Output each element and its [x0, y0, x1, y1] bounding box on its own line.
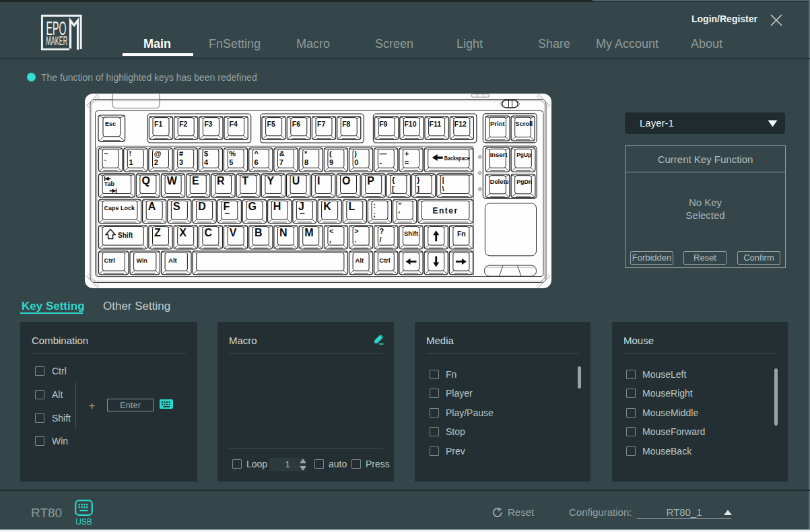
- svg-text:—: —: [380, 149, 387, 158]
- svg-text:/: /: [380, 236, 382, 244]
- svg-text:D: D: [198, 201, 206, 212]
- svg-text:H: H: [273, 201, 281, 212]
- svg-text:F3: F3: [204, 120, 212, 128]
- svg-text:~: ~: [104, 149, 108, 158]
- svg-text:Q: Q: [142, 175, 150, 187]
- svg-text:4: 4: [204, 158, 209, 166]
- svg-text:Caps Lock: Caps Lock: [104, 205, 136, 211]
- svg-text:Win: Win: [137, 257, 147, 264]
- svg-text:A: A: [148, 201, 156, 212]
- svg-text:Enter: Enter: [433, 206, 459, 215]
- svg-text:1: 1: [129, 158, 133, 166]
- svg-text:3: 3: [179, 158, 183, 166]
- svg-text:#: #: [179, 149, 183, 158]
- svg-text:PgDn: PgDn: [516, 178, 532, 185]
- svg-text:$: $: [204, 149, 208, 158]
- svg-text:MAKER: MAKER: [46, 34, 67, 48]
- svg-text:`: `: [104, 158, 106, 166]
- svg-text:\: \: [442, 185, 444, 193]
- svg-text:&: &: [279, 149, 285, 158]
- svg-text:S: S: [173, 201, 180, 212]
- svg-text:K: K: [323, 201, 331, 212]
- svg-text:8: 8: [304, 158, 308, 166]
- svg-text:M: M: [304, 227, 313, 238]
- svg-text:<: <: [329, 227, 333, 235]
- svg-text:F10: F10: [404, 120, 416, 128]
- svg-text:7: 7: [279, 158, 283, 166]
- svg-text:Alt: Alt: [356, 257, 365, 264]
- svg-text:Alt: Alt: [168, 257, 178, 264]
- svg-text:": ": [398, 201, 401, 209]
- svg-text:P: P: [367, 175, 374, 187]
- svg-text:R: R: [217, 175, 225, 187]
- svg-text:PgUp: PgUp: [516, 152, 531, 158]
- svg-text:F1: F1: [154, 120, 162, 128]
- svg-text:N: N: [279, 227, 288, 238]
- svg-text:F9: F9: [379, 120, 387, 128]
- svg-text:.: .: [354, 236, 356, 244]
- svg-text:Scroll: Scroll: [515, 120, 533, 127]
- svg-text:Shift: Shift: [118, 232, 133, 239]
- svg-text:[: [: [392, 185, 395, 193]
- svg-text:C: C: [205, 227, 213, 238]
- svg-text:Tab: Tab: [104, 180, 115, 187]
- svg-text:W: W: [167, 175, 178, 187]
- svg-text:Z: Z: [154, 227, 161, 238]
- svg-text:B: B: [255, 227, 263, 238]
- svg-text:F11: F11: [430, 120, 442, 128]
- svg-text:!: !: [129, 149, 132, 158]
- svg-text:@: @: [154, 149, 162, 158]
- svg-text:?: ?: [380, 227, 384, 235]
- svg-text:=: =: [405, 158, 409, 166]
- svg-text:0: 0: [354, 158, 358, 166]
- svg-text:-: -: [380, 158, 382, 166]
- svg-text:{: {: [392, 176, 395, 184]
- svg-text:E: E: [192, 175, 199, 187]
- svg-text:I: I: [317, 175, 320, 187]
- svg-text:(: (: [329, 149, 332, 158]
- svg-text:F7: F7: [317, 120, 325, 128]
- svg-text:>: >: [354, 227, 358, 235]
- svg-text:9: 9: [329, 158, 333, 166]
- svg-text::: :: [373, 201, 376, 209]
- svg-text:+: +: [405, 149, 409, 158]
- svg-text:X: X: [179, 227, 187, 238]
- svg-text:): ): [354, 149, 357, 158]
- svg-text:Print: Print: [490, 120, 505, 127]
- svg-text:2: 2: [154, 158, 158, 166]
- svg-text:Ctrl: Ctrl: [104, 257, 115, 264]
- svg-text:Insert: Insert: [490, 152, 508, 158]
- svg-text:F2: F2: [179, 120, 187, 128]
- svg-text:F4: F4: [230, 120, 238, 128]
- svg-text:U: U: [292, 175, 300, 187]
- svg-text:%: %: [229, 149, 236, 158]
- svg-text:Backspace: Backspace: [444, 154, 470, 162]
- svg-text:F: F: [223, 201, 230, 212]
- svg-text:Fn: Fn: [457, 230, 466, 238]
- svg-text:*: *: [304, 149, 308, 158]
- svg-text:}: }: [417, 176, 420, 184]
- svg-text:]: ]: [417, 185, 419, 193]
- svg-text:': ': [398, 210, 400, 218]
- svg-text:Delete: Delete: [490, 178, 509, 185]
- svg-text:|: |: [442, 176, 444, 184]
- svg-text:^: ^: [255, 149, 259, 158]
- svg-text:J: J: [298, 201, 304, 212]
- svg-text:L: L: [348, 201, 355, 212]
- svg-text:Esc: Esc: [105, 121, 116, 127]
- svg-text:F8: F8: [342, 120, 350, 128]
- svg-text:5: 5: [229, 158, 233, 166]
- svg-text:Ctrl: Ctrl: [379, 257, 390, 264]
- svg-text:6: 6: [255, 158, 259, 166]
- svg-text:F5: F5: [267, 120, 275, 128]
- svg-text:G: G: [248, 201, 257, 212]
- svg-text:Shift: Shift: [404, 230, 419, 237]
- svg-text:Y: Y: [267, 175, 275, 187]
- svg-text:V: V: [230, 227, 237, 238]
- svg-text:;: ;: [373, 210, 376, 218]
- svg-text:,: ,: [329, 236, 331, 244]
- svg-text:F12: F12: [454, 120, 467, 128]
- svg-text:T: T: [242, 175, 248, 187]
- svg-text:F6: F6: [292, 120, 300, 128]
- svg-text:O: O: [342, 175, 350, 187]
